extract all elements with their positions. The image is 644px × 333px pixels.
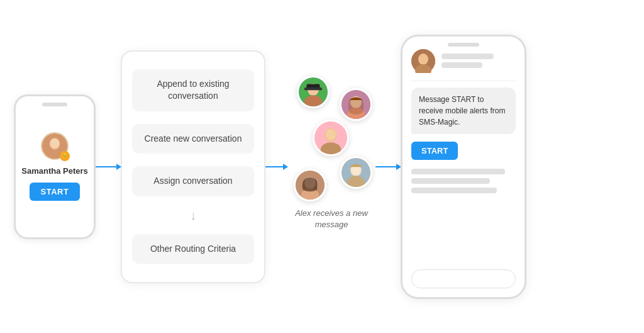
arrow-1: [96, 166, 121, 167]
text-line-2: [411, 178, 490, 184]
arrow-2: [265, 166, 287, 167]
chat-divider: [411, 81, 516, 81]
avatars-label: Alex receives a new message: [287, 208, 375, 230]
input-bar[interactable]: [411, 269, 516, 288]
options-panel: Append to existing conversation Create n…: [121, 50, 265, 283]
text-line-3: [411, 188, 497, 193]
left-phone: 😊 Samantha Peters START: [14, 94, 96, 239]
right-phone-notch: [448, 43, 479, 47]
left-start-button[interactable]: START: [30, 183, 80, 201]
chat-header: [411, 49, 516, 73]
chat-header-lines: [441, 54, 516, 68]
avatar-alex: [313, 120, 349, 156]
chat-avatar: [411, 49, 435, 73]
text-line-1: [411, 169, 505, 174]
avatar-person-3: [294, 169, 326, 201]
svg-point-3: [51, 138, 59, 148]
option-create: Create new conversation: [132, 124, 254, 154]
arrow-3: [375, 166, 401, 167]
phone-notch: [42, 103, 67, 106]
avatar-person-2: [340, 88, 372, 121]
header-line-2: [441, 62, 482, 68]
svg-rect-8: [304, 87, 322, 89]
right-start-button[interactable]: START: [411, 142, 458, 160]
message-bubble: Message START to receive mobile alerts f…: [411, 87, 516, 134]
avatar-person-4: [340, 156, 372, 189]
arrow-line-2: [265, 166, 287, 167]
svg-point-15: [326, 128, 336, 140]
avatar-badge: 😊: [60, 151, 70, 161]
avatars-grid: [291, 76, 372, 201]
person-name: Samantha Peters: [21, 166, 88, 177]
right-phone: Message START to receive mobile alerts f…: [401, 35, 526, 299]
svg-point-24: [418, 54, 428, 65]
avatars-group: Alex receives a new message: [287, 76, 375, 258]
header-line-1: [441, 54, 494, 59]
arrow-line-1: [96, 166, 121, 167]
text-lines: [411, 169, 516, 193]
main-diagram: 😊 Samantha Peters START Append to existi…: [14, 13, 630, 321]
avatar-person-1: [297, 76, 330, 108]
arrow-line-3: [375, 166, 401, 167]
option-append: Append to existing conversation: [132, 69, 254, 111]
down-arrow-icon: ↓: [190, 209, 196, 222]
option-assign: Assign conversation: [132, 166, 254, 196]
option-other: Other Routing Criteria: [132, 234, 254, 264]
